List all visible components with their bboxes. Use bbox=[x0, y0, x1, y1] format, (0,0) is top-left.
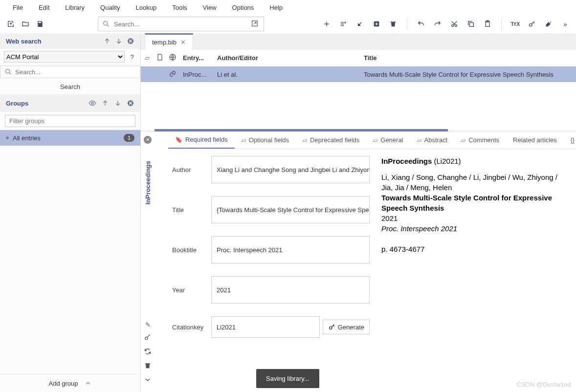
svg-point-14 bbox=[145, 337, 148, 339]
col-title[interactable]: Title bbox=[360, 54, 576, 62]
svg-point-0 bbox=[104, 22, 108, 25]
group-all-entries[interactable]: All entries 1 bbox=[0, 130, 140, 146]
add-group-button[interactable]: Add group bbox=[49, 380, 78, 387]
file-tabs: temp.bib ✕ bbox=[141, 33, 576, 50]
new-entry-type-button[interactable] bbox=[337, 18, 349, 30]
global-search-input[interactable] bbox=[114, 21, 247, 28]
bookmark-icon: 🔖 bbox=[175, 136, 182, 143]
tab-comments[interactable]: ▱Comments bbox=[454, 131, 506, 149]
tab-bibtex[interactable]: {}BibTeX bbox=[564, 131, 576, 149]
websearch-submit[interactable]: Search bbox=[0, 79, 140, 94]
generate-button[interactable]: Generate bbox=[323, 320, 370, 334]
menu-help[interactable]: Help bbox=[262, 1, 290, 14]
new-library-button[interactable] bbox=[5, 18, 17, 30]
watermark: CSDN @Dustw1nd bbox=[517, 381, 571, 388]
arrow-up-icon[interactable] bbox=[101, 99, 109, 107]
tab-deprecated[interactable]: ▱Deprecated fields bbox=[296, 131, 366, 149]
table-row[interactable]: InProc... Li et al. Towards Multi-Scale … bbox=[141, 66, 576, 82]
menu-lookup[interactable]: Lookup bbox=[128, 1, 165, 14]
link-icon bbox=[166, 70, 179, 79]
close-icon[interactable] bbox=[127, 37, 134, 45]
global-search[interactable] bbox=[98, 17, 264, 31]
menu-tools[interactable]: Tools bbox=[164, 1, 195, 14]
svg-point-11 bbox=[91, 102, 93, 104]
arrow-down-icon[interactable] bbox=[114, 99, 122, 107]
entry-type-label: InProceedings bbox=[144, 151, 152, 215]
tab-related[interactable]: Related articles bbox=[506, 131, 564, 149]
insert-entry-button[interactable] bbox=[371, 18, 382, 30]
file-tab-temp[interactable]: temp.bib ✕ bbox=[145, 33, 193, 50]
import-button[interactable] bbox=[354, 18, 366, 30]
cut-button[interactable] bbox=[448, 18, 460, 30]
sidebar: Web search ACM Portal ? Search Groups bbox=[0, 33, 141, 392]
generate-key-icon[interactable] bbox=[144, 333, 152, 343]
col-file-icon[interactable] bbox=[154, 53, 166, 63]
menu-file[interactable]: File bbox=[5, 1, 31, 14]
booktitle-field[interactable]: Proc. Interspeech 2021 bbox=[211, 236, 370, 263]
tab-required[interactable]: 🔖Required fields bbox=[168, 131, 235, 149]
title-label: Title bbox=[168, 206, 211, 214]
new-entry-button[interactable] bbox=[321, 18, 332, 30]
paste-button[interactable] bbox=[482, 18, 493, 30]
menu-library[interactable]: Library bbox=[57, 1, 92, 14]
status-toast: Saving library... bbox=[256, 369, 319, 388]
filter-groups-input[interactable] bbox=[9, 117, 131, 125]
eye-icon[interactable] bbox=[89, 99, 96, 107]
refresh-icon[interactable] bbox=[144, 348, 152, 357]
menu-quality[interactable]: Quality bbox=[92, 1, 128, 14]
tab-general[interactable]: ▱General bbox=[366, 131, 410, 149]
editor-tabs: 🔖Required fields ▱Optional fields ▱Depre… bbox=[168, 131, 576, 149]
entry-preview: InProceedings (Li2021) Li, Xiang / Song,… bbox=[374, 149, 576, 392]
dot-icon bbox=[6, 136, 9, 139]
close-tab-icon[interactable]: ✕ bbox=[180, 39, 186, 46]
entries-header: ▱ Entry... Author/Editor Title bbox=[141, 50, 576, 66]
arrow-down-icon[interactable] bbox=[115, 37, 123, 45]
push-tex-button[interactable]: TEX bbox=[510, 18, 521, 30]
citationkey-field[interactable]: Li2021 bbox=[211, 316, 320, 338]
search-icon bbox=[4, 68, 12, 76]
open-external-icon[interactable] bbox=[251, 20, 260, 28]
menu-options[interactable]: Options bbox=[224, 1, 262, 14]
delete-icon[interactable] bbox=[144, 362, 152, 371]
websearch-search[interactable] bbox=[0, 65, 140, 78]
menu-edit[interactable]: Edit bbox=[31, 1, 57, 14]
author-field[interactable]: Xiang Li and Changhe Song and Jingbei Li… bbox=[211, 156, 370, 183]
undo-button[interactable] bbox=[415, 18, 427, 30]
arrow-up-icon[interactable] bbox=[103, 37, 111, 45]
websearch-source-select[interactable]: ACM Portal bbox=[4, 51, 125, 63]
websearch-header: Web search bbox=[0, 33, 140, 49]
year-field[interactable]: 2021 bbox=[211, 276, 370, 304]
svg-point-15 bbox=[329, 327, 332, 329]
copy-button[interactable] bbox=[465, 18, 477, 30]
save-button[interactable] bbox=[34, 18, 46, 30]
generate-key-button[interactable] bbox=[526, 18, 538, 30]
menu-view[interactable]: View bbox=[195, 1, 224, 14]
tab-abstract[interactable]: ▱Abstract bbox=[410, 131, 455, 149]
svg-point-8 bbox=[530, 23, 532, 26]
count-badge: 1 bbox=[124, 134, 134, 142]
year-label: Year bbox=[168, 286, 211, 294]
svg-rect-5 bbox=[469, 22, 473, 26]
booktitle-label: Booktitle bbox=[168, 246, 211, 254]
col-web-icon[interactable] bbox=[166, 53, 179, 63]
close-editor-icon[interactable]: ✕ bbox=[144, 136, 152, 144]
toolbar: TEX » bbox=[0, 15, 576, 33]
more-icon[interactable]: » bbox=[559, 18, 571, 30]
redo-button[interactable] bbox=[432, 18, 443, 30]
col-author[interactable]: Author/Editor bbox=[213, 54, 360, 62]
title-field[interactable]: {Towards Multi-Scale Style Control for E… bbox=[211, 196, 370, 223]
edit-icon[interactable]: ✎ bbox=[145, 321, 151, 328]
col-entrytype[interactable]: Entry... bbox=[179, 54, 213, 62]
websearch-input[interactable] bbox=[15, 68, 136, 76]
chevron-up-icon[interactable] bbox=[84, 379, 92, 387]
menu-bar: File Edit Library Quality Lookup Tools V… bbox=[0, 0, 576, 15]
chevron-down-icon[interactable] bbox=[144, 376, 152, 385]
col-marker-icon[interactable]: ▱ bbox=[141, 54, 154, 62]
cleanup-button[interactable] bbox=[543, 18, 554, 30]
tab-optional[interactable]: ▱Optional fields bbox=[235, 131, 296, 149]
svg-point-10 bbox=[6, 69, 10, 73]
open-library-button[interactable] bbox=[20, 18, 31, 30]
close-icon[interactable] bbox=[127, 99, 134, 107]
delete-button[interactable] bbox=[387, 18, 399, 30]
help-icon[interactable]: ? bbox=[128, 53, 136, 61]
